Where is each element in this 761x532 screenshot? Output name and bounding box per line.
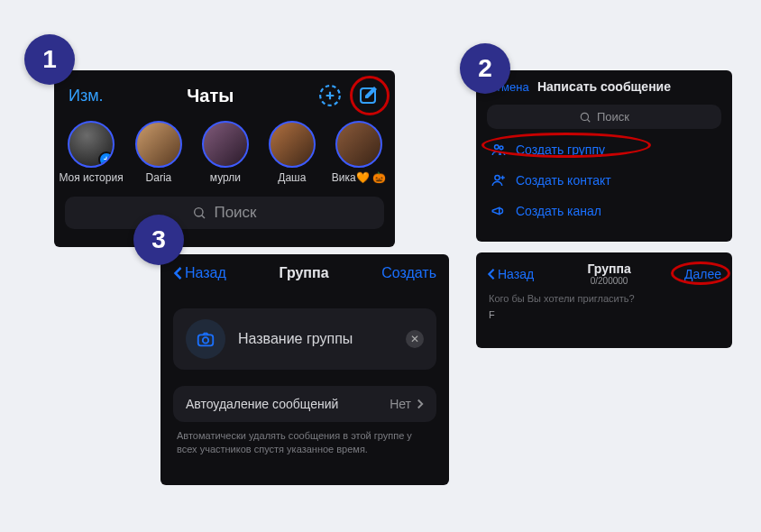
svg-line-5 (202, 216, 205, 218)
svg-point-10 (495, 175, 500, 179)
story-my[interactable]: + Моя история (63, 121, 119, 184)
megaphone-icon (491, 203, 507, 219)
group-count: 0/200000 (587, 276, 630, 286)
stories-row[interactable]: + Моя история Daria мурли Даша Вика🧡 🎃 (54, 114, 395, 189)
svg-point-14 (203, 337, 208, 343)
autodelete-value: Нет (390, 397, 411, 411)
step-badge-2: 2 (460, 43, 510, 94)
edit-button[interactable]: Изм. (69, 87, 104, 105)
group-title: Группа (587, 261, 630, 276)
search-icon (579, 111, 591, 124)
new-message-title: Написать сообщение (537, 79, 671, 94)
create-group-row[interactable]: Создать группу (476, 134, 732, 165)
svg-point-4 (195, 208, 203, 216)
story-label: Daria (146, 171, 172, 184)
chats-screen: Изм. Чаты + Моя история (54, 70, 395, 247)
search-input[interactable]: Поиск (487, 105, 721, 129)
autodelete-row[interactable]: Автоудаление сообщений Нет (173, 386, 436, 422)
next-button[interactable]: Далее (684, 267, 721, 281)
story-label: Моя история (59, 171, 123, 184)
plus-icon: + (98, 151, 115, 168)
chevron-left-icon (173, 266, 183, 280)
svg-point-6 (581, 113, 588, 120)
search-placeholder: Поиск (214, 204, 256, 222)
group-title-block: Группа 0/200000 (587, 261, 630, 286)
story-item[interactable]: Даша (265, 121, 319, 184)
step-badge-3: 3 (133, 215, 184, 265)
group-icon (491, 142, 507, 158)
story-label: Вика🧡 🎃 (332, 171, 386, 184)
svg-point-8 (495, 145, 500, 150)
story-label: мурли (210, 171, 241, 184)
compose-icon[interactable] (355, 83, 380, 108)
chats-topbar: Изм. Чаты (54, 70, 395, 114)
row-label: Создать канал (516, 204, 601, 218)
step-badge-1: 1 (24, 34, 75, 85)
row-label: Создать контакт (516, 173, 611, 188)
chevron-left-icon (487, 268, 496, 280)
search-placeholder: Поиск (597, 110, 629, 124)
group-title: Группа (279, 265, 328, 281)
svg-rect-13 (198, 335, 214, 345)
group-photo-button[interactable] (186, 319, 225, 359)
story-item[interactable]: мурли (198, 121, 252, 184)
search-icon (192, 206, 206, 220)
autodelete-label: Автоудаление сообщений (186, 397, 338, 411)
contact-icon (491, 172, 507, 188)
chats-title: Чаты (187, 86, 234, 106)
svg-point-9 (500, 146, 503, 150)
group-name-card: Название группы ✕ (173, 308, 436, 370)
create-contact-row[interactable]: Создать контакт (476, 165, 732, 196)
story-item[interactable]: Вика🧡 🎃 (332, 121, 386, 184)
keyboard-hint: F (476, 307, 732, 322)
back-button[interactable]: Назад (173, 265, 226, 281)
group-setup-screen: Назад Группа Создать Название группы ✕ А… (160, 254, 449, 485)
back-button[interactable]: Назад (487, 267, 534, 281)
camera-icon (196, 329, 215, 349)
clear-icon[interactable]: ✕ (406, 330, 424, 348)
group-name-input[interactable]: Название группы (238, 331, 393, 347)
invite-prompt: Кого бы Вы хотели пригласить? (476, 289, 732, 307)
story-label: Даша (278, 171, 306, 184)
row-label: Создать группу (516, 142, 605, 157)
svg-line-7 (587, 119, 590, 122)
new-message-screen: Отмена Написать сообщение Поиск Создать … (476, 70, 732, 242)
group-members-screen: Назад Группа 0/200000 Далее Кого бы Вы х… (476, 252, 732, 348)
create-button[interactable]: Создать (381, 265, 436, 281)
story-item[interactable]: Daria (132, 121, 186, 184)
create-channel-row[interactable]: Создать канал (476, 196, 732, 226)
autodelete-note: Автоматически удалять сообщения в этой г… (160, 422, 449, 456)
search-input[interactable]: Поиск (65, 197, 384, 229)
add-story-icon[interactable] (317, 83, 343, 108)
chevron-right-icon (417, 399, 424, 409)
